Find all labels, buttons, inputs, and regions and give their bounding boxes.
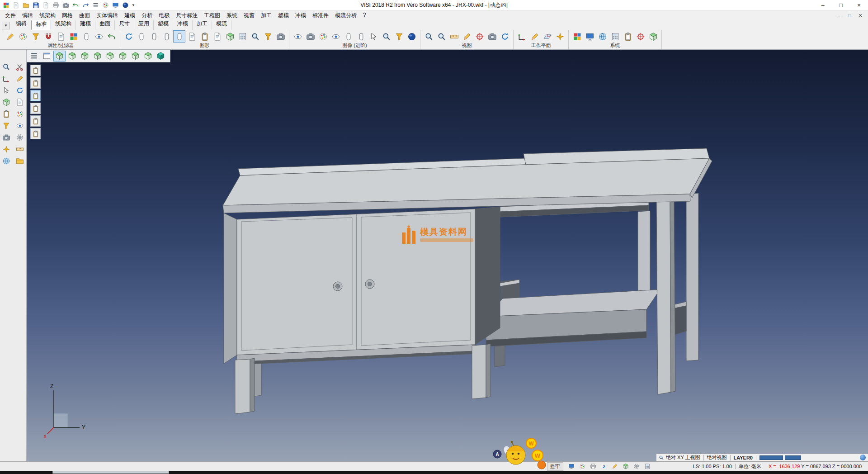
palette-status-icon[interactable]: [578, 463, 587, 470]
element-color-swatch[interactable]: [785, 455, 801, 460]
menu-item-视窗[interactable]: 视窗: [241, 11, 258, 20]
solid-cube-icon[interactable]: [224, 30, 236, 43]
print-status-icon[interactable]: [589, 463, 598, 470]
solid-tool-icon[interactable]: [0, 97, 12, 107]
measure-tool-icon[interactable]: [14, 144, 26, 154]
active-layer-label[interactable]: LAYER0: [734, 455, 753, 460]
front-view-icon[interactable]: [79, 51, 91, 62]
redo-icon[interactable]: [81, 1, 90, 9]
workplane-auto-icon[interactable]: [554, 30, 566, 43]
workplane-axes-icon[interactable]: [516, 30, 528, 43]
menu-item-分析[interactable]: 分析: [138, 11, 156, 20]
top-view-icon[interactable]: [66, 51, 78, 62]
minimize-button[interactable]: –: [814, 0, 832, 10]
world-icon[interactable]: [596, 30, 609, 43]
axonometric-view-icon[interactable]: [142, 51, 154, 62]
tab-编辑[interactable]: 编辑: [12, 19, 31, 30]
sketch-view-icon[interactable]: [461, 30, 473, 43]
menu-item-冲模[interactable]: 冲模: [292, 11, 309, 20]
refresh-view-icon[interactable]: [499, 30, 511, 43]
reset-filter-icon[interactable]: [105, 30, 118, 43]
plot-icon[interactable]: [61, 1, 71, 9]
save-icon[interactable]: [31, 1, 41, 9]
render-sphere-icon[interactable]: [406, 30, 418, 43]
visibility-filter-icon[interactable]: [93, 30, 105, 43]
snap-grid-icon[interactable]: [634, 30, 646, 43]
center-view-icon[interactable]: [473, 30, 486, 43]
filter-icon[interactable]: [29, 30, 42, 43]
tab-dropdown-button[interactable]: ▼: [2, 22, 10, 29]
snapshot-tool-icon[interactable]: [0, 132, 12, 142]
paste-special-icon[interactable]: [30, 77, 41, 89]
mdi-restore-button[interactable]: □: [846, 13, 853, 19]
zoom-tool-icon[interactable]: [0, 62, 12, 72]
undo-icon[interactable]: [71, 1, 80, 9]
tab-模流[interactable]: 模流: [212, 19, 231, 30]
help-icon[interactable]: [121, 1, 130, 9]
pill-display-icon[interactable]: [342, 30, 354, 43]
element-mask-icon[interactable]: [80, 30, 92, 43]
tab-建模[interactable]: 建模: [76, 19, 95, 30]
monitor-icon[interactable]: [111, 1, 120, 9]
palette-doc-icon[interactable]: [317, 30, 329, 43]
tab-线架构[interactable]: 线架构: [51, 19, 76, 30]
tab-塑模[interactable]: 塑模: [154, 19, 173, 30]
tab-曲面[interactable]: 曲面: [95, 19, 115, 30]
maximize-button[interactable]: □: [832, 0, 850, 10]
menu-item-文件[interactable]: 文件: [2, 11, 19, 20]
capture-icon[interactable]: [304, 30, 316, 43]
menu-item-建模[interactable]: 建模: [121, 11, 138, 20]
menu-item-电极[interactable]: 电极: [156, 11, 173, 20]
tab-尺寸[interactable]: 尺寸: [115, 19, 134, 30]
cube-status-icon[interactable]: [621, 463, 631, 470]
tag-filter-icon[interactable]: [262, 30, 274, 43]
menu-item-线架构[interactable]: 线架构: [36, 11, 59, 20]
viewport-layout-icon[interactable]: [41, 51, 53, 62]
shaded-view-icon[interactable]: [155, 51, 167, 62]
visibility-tool-icon[interactable]: [14, 120, 26, 131]
tab-应用[interactable]: 应用: [134, 19, 154, 30]
format-painter-icon[interactable]: [30, 115, 41, 127]
layer-colors-icon[interactable]: [67, 30, 80, 43]
tab-加工[interactable]: 加工: [193, 19, 212, 30]
menu-item-塑模[interactable]: 塑模: [275, 11, 292, 20]
status-orb-icon[interactable]: [860, 455, 866, 460]
rotate-tool-icon[interactable]: [14, 85, 26, 95]
shaded-mode-icon[interactable]: [160, 30, 173, 43]
workbench-model[interactable]: Z Y X: [27, 50, 868, 461]
menu-item-模流分析[interactable]: 模流分析: [332, 11, 360, 20]
window-status-icon[interactable]: [567, 463, 576, 470]
paste-attributes-icon[interactable]: [30, 90, 41, 101]
search-doc-icon[interactable]: [249, 30, 261, 43]
properties-doc-icon[interactable]: [55, 30, 67, 43]
view-camera-icon[interactable]: [486, 30, 498, 43]
pill-display-2-icon[interactable]: [355, 30, 367, 43]
zoom-extents-icon[interactable]: [423, 30, 435, 43]
sketch-tool-icon[interactable]: [14, 73, 26, 84]
zoom-window-icon[interactable]: [435, 30, 448, 43]
calculator-icon[interactable]: [609, 30, 621, 43]
magnet-snap-icon[interactable]: [42, 30, 54, 43]
world-tool-icon[interactable]: [0, 156, 12, 166]
new-document-icon[interactable]: [11, 1, 21, 9]
rendered-mode-icon[interactable]: [173, 30, 185, 43]
filter-tool-icon[interactable]: [0, 120, 12, 131]
snapshot-icon[interactable]: [274, 30, 287, 43]
settings-tool-icon[interactable]: [14, 132, 26, 142]
import-doc-icon[interactable]: [41, 1, 51, 9]
grid-status-icon[interactable]: [643, 463, 652, 470]
help-2-icon[interactable]: [599, 463, 609, 470]
quick-access-dropdown[interactable]: ▼: [130, 1, 137, 9]
menu-item-网格[interactable]: 网格: [59, 11, 76, 20]
bottom-view-icon[interactable]: [129, 51, 142, 62]
brush-status-icon[interactable]: [610, 463, 620, 470]
menu-item-标准件[interactable]: 标准件: [309, 11, 332, 20]
menu-item-系统[interactable]: 系统: [223, 11, 241, 20]
cad-cube-icon[interactable]: [647, 30, 659, 43]
print-icon[interactable]: [51, 1, 61, 9]
menu-item-曲面[interactable]: 曲面: [76, 11, 93, 20]
clipboard-history-icon[interactable]: [30, 128, 41, 139]
visi-app-icon[interactable]: [1, 1, 11, 9]
redraw-icon[interactable]: [123, 30, 135, 43]
menu-item-工程图[interactable]: 工程图: [201, 11, 223, 20]
